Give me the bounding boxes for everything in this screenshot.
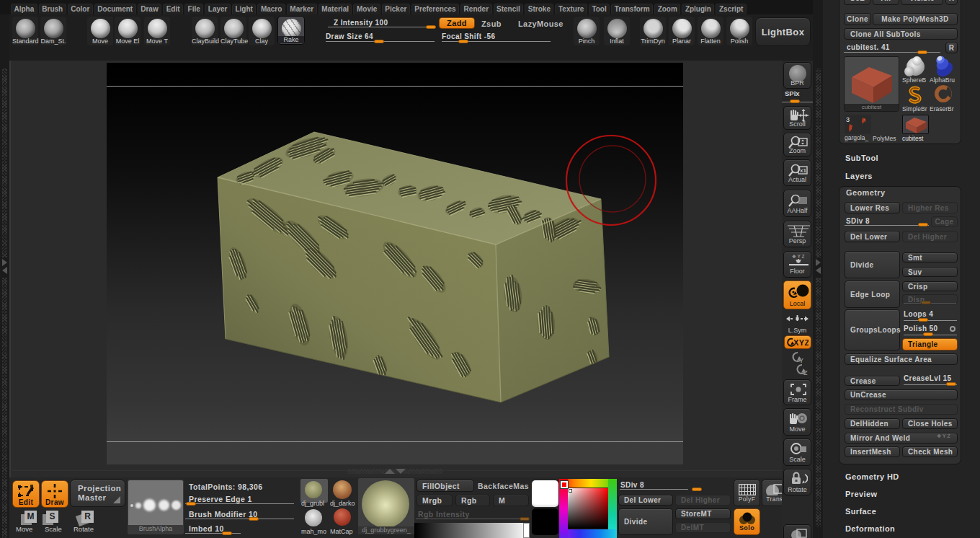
svg-text:XYZ: XYZ [793,338,808,347]
svg-text:x1: x1 [800,167,806,174]
svg-text:❖ Y Z: ❖ Y Z [792,254,805,259]
svg-text:Z: Z [803,369,808,376]
svg-text:Y: Y [799,357,803,363]
